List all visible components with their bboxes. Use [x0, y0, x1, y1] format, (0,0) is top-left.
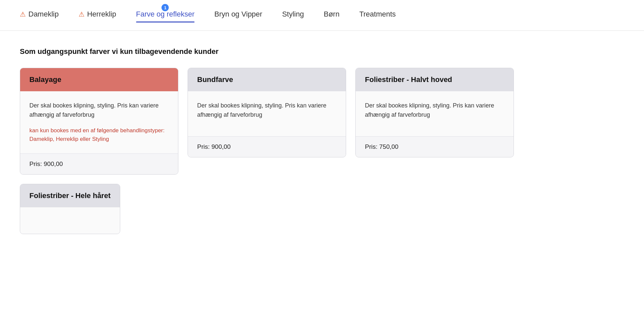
card-price-foliestriber-halvt: Pris: 750,00	[365, 143, 398, 150]
card-description-foliestriber-halvt: Der skal bookes klipning, styling. Pris …	[365, 101, 504, 120]
card-warning-balayage: kan kun bookes med en af følgende behand…	[29, 126, 169, 144]
section-title: Som udgangspunkt farver vi kun tilbageve…	[20, 47, 624, 56]
card-price-bundfarve: Pris: 900,00	[197, 143, 231, 150]
nav-item-treatments[interactable]: Treatments	[359, 10, 396, 21]
nav-item-dameklip[interactable]: ⚠ Dameklip	[20, 10, 59, 21]
card-foliestriber-hele[interactable]: Foliestriber - Hele håret	[20, 184, 120, 234]
card-body-bundfarve: Der skal bookes klipning, styling. Pris …	[188, 91, 346, 136]
card-header-balayage: Balayage	[20, 68, 178, 91]
nav-label-dameklip: Dameklip	[28, 10, 59, 19]
card-foliestriber-halvt[interactable]: Foliestriber - Halvt hoved Der skal book…	[355, 68, 514, 157]
card-body-foliestriber-halvt: Der skal bookes klipning, styling. Pris …	[356, 91, 514, 136]
card-body-balayage: Der skal bookes klipning, styling. Pris …	[20, 91, 178, 153]
nav-item-born[interactable]: Børn	[324, 10, 340, 21]
nav-label-bryn: Bryn og Vipper	[214, 10, 262, 19]
card-description-bundfarve: Der skal bookes klipning, styling. Pris …	[197, 101, 337, 120]
card-description-balayage: Der skal bookes klipning, styling. Pris …	[29, 101, 169, 120]
card-header-foliestriber-halvt: Foliestriber - Halvt hoved	[356, 68, 514, 91]
card-price-balayage: Pris: 900,00	[29, 160, 63, 167]
main-content: Som udgangspunkt farver vi kun tilbageve…	[0, 31, 644, 251]
card-footer-foliestriber-halvt: Pris: 750,00	[356, 136, 514, 157]
nav-badge-farve: 1	[161, 4, 169, 11]
nav-item-herreklip[interactable]: ⚠ Herreklip	[79, 10, 116, 21]
nav-label-treatments: Treatments	[359, 10, 396, 19]
cards-row-1: Balayage Der skal bookes klipning, styli…	[20, 68, 624, 175]
warning-icon-dameklip: ⚠	[20, 10, 26, 18]
nav-label-herreklip: Herreklip	[87, 10, 116, 19]
nav-label-born: Børn	[324, 10, 340, 19]
nav-item-bryn[interactable]: Bryn og Vipper	[214, 10, 262, 21]
card-balayage[interactable]: Balayage Der skal bookes klipning, styli…	[20, 68, 178, 175]
nav-item-styling[interactable]: Styling	[282, 10, 304, 21]
card-bundfarve[interactable]: Bundfarve Der skal bookes klipning, styl…	[188, 68, 346, 157]
card-header-bundfarve: Bundfarve	[188, 68, 346, 91]
card-header-foliestriber-hele: Foliestriber - Hele håret	[20, 184, 120, 207]
cards-row-2: Foliestriber - Hele håret	[20, 184, 624, 234]
card-body-foliestriber-hele	[20, 207, 120, 234]
nav-item-farve[interactable]: 1 Farve og reflekser	[136, 10, 195, 21]
warning-icon-herreklip: ⚠	[79, 10, 85, 18]
card-footer-balayage: Pris: 900,00	[20, 153, 178, 174]
nav-label-styling: Styling	[282, 10, 304, 19]
nav-bar: ⚠ Dameklip ⚠ Herreklip 1 Farve og reflek…	[0, 0, 644, 31]
card-footer-bundfarve: Pris: 900,00	[188, 136, 346, 157]
